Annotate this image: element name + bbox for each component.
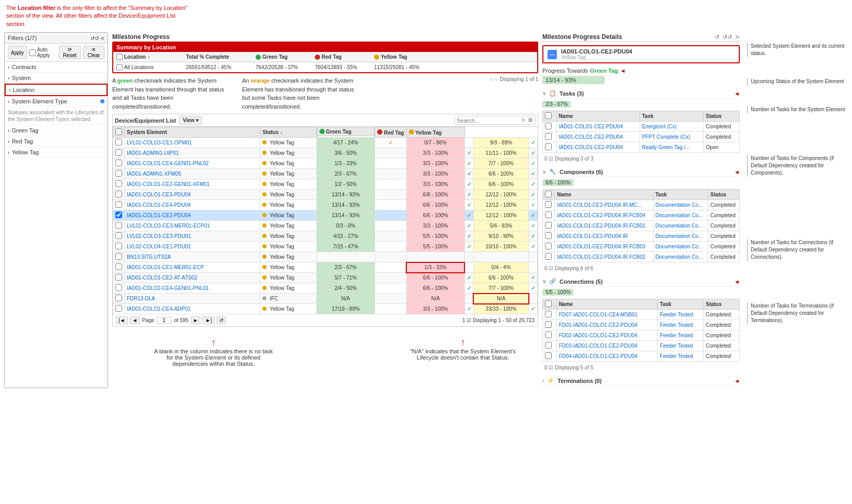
last-page-btn[interactable]: ►| bbox=[203, 316, 215, 324]
row-checkbox[interactable] bbox=[115, 211, 122, 218]
sidebar-item-contracts[interactable]: › Contracts bbox=[5, 62, 108, 73]
row-name[interactable]: IAD01-ADMIN1-UIP01 bbox=[125, 148, 260, 158]
row-name[interactable]: LVL02-COLO3-CE3-PDU01 bbox=[125, 231, 260, 242]
task-task[interactable]: Energized (Cx) bbox=[640, 122, 703, 132]
view-button[interactable]: View ▾ bbox=[179, 116, 202, 125]
conn-checkbox[interactable] bbox=[545, 321, 552, 328]
conn-name[interactable]: FD07-IAD01-COLO1-CE4-MSB01 bbox=[556, 310, 658, 320]
next-page-btn[interactable]: ► bbox=[191, 316, 201, 324]
task-checkbox[interactable] bbox=[545, 123, 552, 129]
search-box[interactable]: ✕ ⚙ bbox=[454, 116, 536, 125]
conn-name[interactable]: FD04-IAD01-COLO1-CE2-PDU04 bbox=[556, 351, 658, 362]
comp-task[interactable]: Documentation Co... bbox=[653, 231, 708, 242]
comp-name[interactable]: IAD01-COLO1-CE2-PDU04.IR.MC... bbox=[555, 200, 653, 210]
row-checkbox[interactable] bbox=[115, 139, 122, 145]
refresh-table-btn[interactable]: ↺ bbox=[217, 316, 226, 324]
comp-name[interactable]: IAD01-COLO1-CE2-PDU04.IR bbox=[555, 231, 653, 242]
conn-task[interactable]: Feeder Tested bbox=[658, 351, 703, 362]
apply-button[interactable]: Apply bbox=[8, 46, 27, 59]
row-name[interactable]: IAD01-COLO1-CE2-PDU04 bbox=[125, 210, 260, 221]
row-name[interactable]: BN13.SITE.UTS2A bbox=[125, 252, 260, 262]
comp-checkbox[interactable] bbox=[545, 222, 552, 229]
row-name[interactable]: IAD01-COLO1-CE1-MER01-ECP bbox=[125, 262, 260, 273]
sidebar-item-location[interactable]: › Location bbox=[5, 84, 108, 96]
conn-name[interactable]: FD03-IAD01-COLO1-CE2-PDU04 bbox=[556, 341, 658, 351]
row-checkbox[interactable] bbox=[115, 305, 122, 312]
row-name[interactable]: IAD01-COLO1-CE3-PDU04 bbox=[125, 190, 260, 200]
conn-task[interactable]: Feeder Tested bbox=[658, 310, 703, 320]
row-checkbox[interactable] bbox=[115, 232, 122, 239]
row-checkbox[interactable] bbox=[115, 263, 122, 270]
auto-apply-checkbox[interactable] bbox=[29, 49, 36, 56]
conn-checkbox[interactable] bbox=[545, 331, 552, 338]
comp-task[interactable]: Documentation Co... bbox=[653, 252, 708, 262]
sidebar-item-system-element-type[interactable]: › System Element Type bbox=[5, 96, 108, 107]
prev-page-btn[interactable]: ◄ bbox=[130, 316, 140, 324]
row-checkbox[interactable] bbox=[115, 160, 122, 166]
row-checkbox[interactable] bbox=[115, 284, 122, 291]
row-checkbox[interactable] bbox=[115, 274, 122, 281]
refresh-all-icon[interactable]: ↺↺ bbox=[723, 34, 732, 41]
conn-name[interactable]: FD02-IAD01-COLO1-CE2-PDU04 bbox=[556, 330, 658, 341]
row-checkbox[interactable] bbox=[115, 222, 122, 229]
row-checkbox[interactable] bbox=[115, 149, 122, 156]
refresh-icon[interactable]: ↺ bbox=[715, 34, 720, 41]
row-name[interactable]: IAD01-COLO1-CE4-PDU04 bbox=[125, 200, 260, 210]
row-checkbox[interactable] bbox=[115, 201, 122, 208]
comp-checkbox[interactable] bbox=[545, 243, 552, 249]
conn-task[interactable]: Feeder Tested bbox=[658, 330, 703, 341]
row-name[interactable]: LVL02-COLO3-CE3-MER01-ECP01 bbox=[125, 221, 260, 231]
conn-task[interactable]: Feeder Tested bbox=[658, 320, 703, 330]
row-name[interactable]: IAD01-COLO1-CE2-GEN01-XFM01 bbox=[125, 179, 260, 190]
conn-checkbox[interactable] bbox=[545, 342, 552, 349]
comp-name[interactable]: IAD01-COLO1-CE2-PDU04.IR.FCB03 bbox=[555, 242, 653, 252]
search-input[interactable] bbox=[457, 117, 519, 124]
conn-checkbox[interactable] bbox=[545, 311, 552, 317]
row-checkbox[interactable] bbox=[116, 64, 123, 71]
comp-task[interactable]: Documentation Co... bbox=[653, 210, 708, 221]
comp-task[interactable]: Documentation Co... bbox=[653, 242, 708, 252]
task-name[interactable]: IAD01-COLO1-CE2-PDU04 bbox=[556, 132, 640, 142]
row-name[interactable]: FDR13-DLA bbox=[125, 294, 260, 304]
task-task[interactable]: Ready Green Tag /... bbox=[640, 142, 703, 153]
task-task[interactable]: PFPT Complete (Cx) bbox=[640, 132, 703, 142]
components-header[interactable]: ∨ 🔧 Components (6) ◄ bbox=[542, 167, 740, 177]
row-checkbox[interactable] bbox=[115, 253, 122, 260]
select-all-rows[interactable] bbox=[115, 128, 122, 135]
task-checkbox[interactable] bbox=[545, 133, 552, 140]
task-checkbox[interactable] bbox=[545, 143, 552, 150]
reset-button[interactable]: ⟳ Reset bbox=[59, 46, 81, 59]
task-name[interactable]: IAD01-COLO1-CE2-PDU04 bbox=[556, 122, 640, 132]
row-checkbox[interactable] bbox=[115, 170, 122, 177]
comp-name[interactable]: IAD01-COLO1-CE2-PDU04.IR.FCB04 bbox=[555, 210, 653, 221]
row-name[interactable]: IAD01-COLO2-CE4-GEN01-PNL01 bbox=[125, 283, 260, 294]
settings-icon[interactable]: ⚙ bbox=[528, 117, 533, 124]
row-name[interactable]: IAD01-COLO1-CE4-ADP01 bbox=[125, 304, 260, 314]
search-clear-icon[interactable]: ✕ bbox=[521, 117, 526, 124]
comp-checkbox[interactable] bbox=[545, 201, 552, 208]
sidebar-item-green-tag[interactable]: › Green Tag bbox=[5, 125, 108, 136]
comp-checkbox[interactable] bbox=[545, 211, 552, 218]
row-name[interactable]: IAD01-ADMIN1-XFM05 bbox=[125, 169, 260, 179]
page-input[interactable] bbox=[156, 317, 172, 324]
components-select-all[interactable] bbox=[545, 191, 552, 197]
row-checkbox[interactable] bbox=[115, 295, 122, 301]
clear-button[interactable]: ✕ Clear bbox=[83, 46, 104, 59]
forward-icon[interactable]: ≻ bbox=[735, 34, 740, 41]
terminations-header[interactable]: › ⚡ Terminations (0) ◄ bbox=[542, 376, 740, 386]
conn-name[interactable]: FD01-IAD01-COLO1-CE2-PDU04 bbox=[556, 320, 658, 330]
connections-header[interactable]: ∨ 🔗 Connections (5) ◄ bbox=[542, 276, 740, 287]
connections-select-all[interactable] bbox=[545, 300, 552, 307]
row-checkbox[interactable] bbox=[115, 243, 122, 249]
row-name[interactable]: IAD01-COLO1-CE2-AT-ATS02 bbox=[125, 273, 260, 283]
task-name[interactable]: IAD01-COLO1-CE2-PDU04 bbox=[556, 142, 640, 153]
comp-task[interactable]: Documentation Co... bbox=[653, 221, 708, 231]
comp-name[interactable]: IAD01-COLO1-CE2-PDU04.IR.FCB02 bbox=[555, 252, 653, 262]
tasks-header[interactable]: ∨ 📋 Tasks (3) ◄ bbox=[542, 88, 740, 99]
comp-checkbox[interactable] bbox=[545, 253, 552, 260]
row-name[interactable]: LVL02-COLO3-CE1-OPM01 bbox=[125, 138, 260, 148]
row-checkbox[interactable] bbox=[115, 191, 122, 197]
sidebar-item-system[interactable]: › System bbox=[5, 73, 108, 84]
sidebar-item-yellow-tag[interactable]: › Yellow Tag bbox=[5, 147, 108, 158]
row-name[interactable]: IAD01-COLO1-CE4-GEN01-PNL02 bbox=[125, 158, 260, 169]
